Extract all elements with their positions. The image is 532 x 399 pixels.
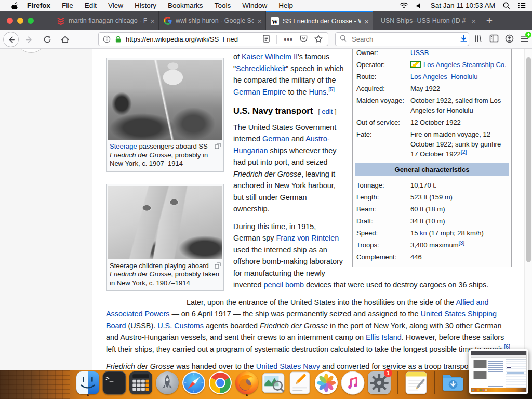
library-icon[interactable]	[474, 34, 483, 45]
infobox-value: USSB	[410, 49, 508, 58]
menu-bar-clock[interactable]: Sat Jan 11 10:53 AM	[431, 2, 495, 9]
steerage-children-photo[interactable]	[108, 186, 222, 259]
thumbnail-frame-1[interactable]: Steerage passengers aboard SS Friedrich …	[106, 58, 224, 172]
steerage-passengers-photo[interactable]	[108, 60, 222, 140]
forward-button[interactable]	[22, 32, 37, 47]
tab-close-icon[interactable]: ×	[471, 17, 476, 25]
menu-hamburger-icon[interactable]	[520, 35, 529, 45]
url-bar[interactable]: https://en.wikipedia.org/wiki/SS_Fried •…	[98, 32, 328, 46]
spotlight-search-icon[interactable]	[503, 2, 510, 9]
search-input[interactable]	[351, 35, 469, 44]
infobox-row: Troops:3,400 maximum[3]	[356, 239, 508, 251]
volume-icon[interactable]	[416, 3, 423, 9]
menu-file[interactable]: File	[56, 0, 79, 11]
fold3-favicon	[57, 17, 65, 25]
wiki-link[interactable]: German	[262, 135, 289, 143]
thumbnail-caption-1: Steerage passengers aboard SS Friedrich …	[108, 140, 222, 170]
notification-center-icon[interactable]	[518, 2, 526, 9]
new-tab-button[interactable]: +	[480, 11, 499, 30]
back-button[interactable]	[3, 32, 19, 47]
menu-view[interactable]: View	[102, 0, 129, 11]
dock-system-preferences[interactable]: 1	[367, 371, 391, 395]
enlarge-icon[interactable]	[215, 143, 221, 152]
browser-tab[interactable]: wwl ship huron - Google Sea×	[159, 11, 266, 30]
page-actions-icon[interactable]: •••	[284, 35, 293, 44]
scrollbar-thumb[interactable]	[526, 57, 531, 262]
reference-link[interactable]: [3]	[458, 240, 464, 246]
dock-terminal[interactable]: >_	[102, 371, 126, 395]
text: — on 6 April 1917 — the ship was permane…	[169, 310, 420, 318]
home-button[interactable]	[57, 32, 73, 47]
screenshot-preview-window[interactable]	[469, 349, 528, 394]
tab-title: USN Ships--USS Huron (ID # 140	[381, 17, 468, 24]
enlarge-icon[interactable]	[215, 262, 221, 271]
wiki-link[interactable]: Ellis Island	[366, 333, 402, 341]
menu-tools[interactable]: Tools	[209, 0, 237, 11]
browser-tab[interactable]: martin flanagan chicago - Fol×	[52, 11, 159, 30]
wiki-link[interactable]: Los Angeles Steamship Co.	[423, 61, 507, 69]
wiki-link[interactable]: United States Navy	[256, 362, 320, 370]
wiki-link[interactable]: Huns	[309, 88, 327, 96]
dock-downloads-folder[interactable]	[441, 371, 465, 395]
page-info-icon[interactable]	[103, 35, 111, 43]
edit-link[interactable]: edit	[322, 108, 332, 115]
window-minimize-button[interactable]	[17, 18, 23, 24]
wiki-link[interactable]: pencil bomb	[263, 281, 304, 289]
tab-close-icon[interactable]: ×	[257, 17, 262, 25]
reference-link[interactable]: [6]	[504, 343, 510, 350]
wiki-link[interactable]: USSB	[410, 49, 429, 57]
account-icon[interactable]	[505, 34, 514, 45]
text: was handed over to the	[174, 362, 256, 370]
https-lock-icon[interactable]	[115, 35, 122, 43]
dock-firefox[interactable]	[235, 371, 259, 395]
running-indicator	[246, 394, 248, 396]
dock-notes[interactable]	[404, 371, 428, 395]
browser-tab[interactable]: WSS Friedrich der Grosse - Wik×	[266, 11, 373, 30]
sidebar-toggle-icon[interactable]	[489, 34, 499, 45]
dock-photos[interactable]	[314, 371, 338, 395]
infobox-row: Tonnage:10,170 t.	[356, 179, 508, 191]
wiki-link[interactable]: U.S. Customs	[157, 322, 204, 330]
tab-close-icon[interactable]: ×	[150, 17, 155, 25]
thumbnail-frame-2[interactable]: Steerage children playing aboard Friedri…	[106, 184, 224, 291]
menu-help[interactable]: Help	[273, 0, 299, 11]
wifi-icon[interactable]	[400, 2, 408, 9]
window-controls	[7, 18, 34, 24]
dock-itunes[interactable]	[341, 371, 365, 395]
wiki-link[interactable]: Steerage	[110, 142, 137, 150]
bookmark-star-icon[interactable]	[314, 35, 323, 44]
wiki-link[interactable]: Los Angeles	[410, 73, 447, 81]
window-zoom-button[interactable]	[28, 18, 34, 24]
dock-finder[interactable]	[76, 371, 100, 395]
dock-calculator[interactable]	[129, 371, 153, 395]
menu-bookmarks[interactable]: Bookmarks	[162, 0, 209, 11]
window-close-button[interactable]	[7, 18, 13, 24]
reference-link[interactable]: [5]	[328, 86, 335, 92]
wiki-link[interactable]: Franz von Rintelen	[276, 234, 339, 242]
wiki-link[interactable]: Honolulu	[451, 73, 477, 81]
dock-safari[interactable]	[182, 371, 206, 395]
menu-edit[interactable]: Edit	[79, 0, 102, 11]
pocket-icon[interactable]	[300, 35, 308, 44]
dock-pages[interactable]	[288, 371, 312, 395]
dock-chrome[interactable]	[208, 371, 232, 395]
dock-preview[interactable]	[261, 371, 285, 395]
wiki-link[interactable]: Kaiser Wilhelm II	[242, 52, 298, 61]
tab-close-icon[interactable]: ×	[364, 17, 369, 26]
browser-tab[interactable]: USN Ships--USS Huron (ID # 140×	[373, 11, 480, 30]
search-bar[interactable]	[335, 32, 469, 46]
downloads-icon[interactable]	[459, 34, 468, 45]
wiki-link[interactable]: kn	[420, 229, 427, 237]
menu-firefox[interactable]: Firefox	[21, 0, 56, 11]
wiki-link[interactable]: German Empire	[233, 88, 286, 96]
paragraph-clipped: Friedrich der Grosse was handed over to …	[106, 361, 512, 370]
url-text[interactable]: https://en.wikipedia.org/wiki/SS_Fried	[126, 35, 258, 43]
menu-history[interactable]: History	[129, 0, 162, 11]
wiki-link[interactable]: Schrecklichkeit	[236, 64, 286, 73]
reload-button[interactable]	[39, 32, 55, 47]
apple-menu-icon[interactable]	[8, 2, 21, 9]
menu-window[interactable]: Window	[236, 0, 273, 11]
reference-link[interactable]: [2]	[461, 149, 467, 155]
dock-launchpad[interactable]	[155, 371, 179, 395]
reader-view-icon[interactable]	[263, 35, 270, 44]
